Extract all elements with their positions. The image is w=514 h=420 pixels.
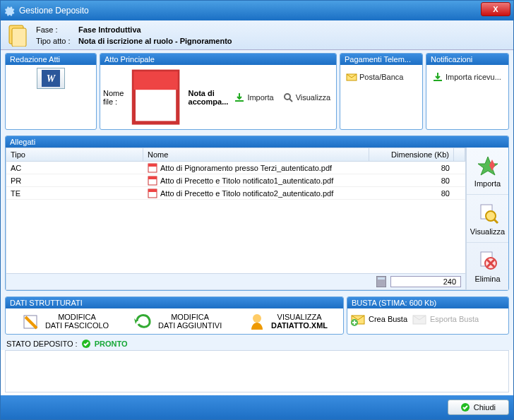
nome-file-label: Nome file : [103, 89, 124, 106]
status-label: STATO DEPOSITO : [6, 340, 78, 348]
esporta-busta-button: Esporta Busta [412, 311, 479, 327]
panel-dati-strutturati: DATI STRUTTURATI MODIFICADATI FASCICOLO … [5, 296, 344, 335]
svg-point-7 [285, 94, 290, 100]
panel-redazione-title: Redazione Atti [6, 54, 96, 65]
window-title: Gestione Deposito [19, 6, 89, 16]
panel-allegati-title: Allegati [6, 136, 508, 148]
panel-notificazioni: Notificazioni Importa ricevu... [426, 53, 509, 130]
panel-busta-title: BUSTA (STIMA: 600 Kb) [347, 297, 508, 308]
svg-line-8 [289, 99, 292, 102]
grid-footer: 240 [6, 273, 465, 289]
svg-point-30 [253, 314, 261, 323]
svg-text:W: W [47, 73, 56, 84]
svg-rect-18 [378, 277, 385, 280]
nome-file-value: Nota di accompa... [189, 89, 229, 106]
allegati-side-buttons: Importa Visualizza Elimina [466, 148, 508, 290]
panel-dati-title: DATI STRUTTURATI [6, 297, 343, 308]
cell-nome: Atto di Precetto e Titolo notificato1_au… [143, 176, 369, 186]
word-button[interactable]: W [37, 68, 65, 89]
crea-busta-button[interactable]: Crea Busta [350, 311, 407, 327]
visualizza-atto-button[interactable]: Visualizza [280, 90, 333, 104]
pdf-icon [126, 68, 185, 126]
col-tipo[interactable]: Tipo [6, 148, 143, 161]
cell-nome: Atto di Pignoramento presso Terzi_autent… [143, 163, 369, 173]
check-icon [461, 403, 470, 412]
cell-tipo: AC [6, 164, 143, 172]
check-icon [82, 340, 90, 348]
panel-atto-title: Atto Principale [100, 54, 336, 65]
document-icon [6, 24, 29, 47]
pdf-icon [148, 163, 157, 173]
svg-marker-19 [478, 157, 498, 175]
titlebar: Gestione Deposito X [1, 1, 513, 20]
cell-tipo: PR [6, 176, 143, 185]
cell-dim: 80 [369, 176, 454, 185]
tipo-value: Nota di iscrizione al ruolo - Pignoramen… [78, 37, 232, 45]
elimina-allegato-button[interactable]: Elimina [467, 243, 508, 290]
allegati-grid: Tipo Nome Dimensione (Kb) ACAtto di Pign… [6, 148, 466, 290]
calculator-icon [376, 276, 386, 287]
table-row[interactable]: TEAtto di Precetto e Titolo notificato2_… [6, 187, 465, 200]
svg-rect-6 [235, 100, 244, 102]
svg-line-23 [494, 220, 498, 223]
header-info: Fase :Fase Introduttiva Tipo atto :Nota … [1, 20, 513, 50]
tipo-label: Tipo atto : [36, 35, 78, 47]
pdf-icon [148, 176, 157, 186]
svg-rect-12 [148, 164, 157, 167]
importa-allegato-button[interactable]: Importa [467, 148, 508, 195]
gear-icon [4, 5, 15, 16]
fase-value: Fase Introduttiva [78, 25, 141, 34]
visualizza-xml-button[interactable]: VISUALIZZADATIATTO.XML [247, 311, 328, 331]
close-button[interactable]: X [481, 2, 510, 16]
col-action [454, 148, 465, 161]
footer: Chiudi [1, 395, 513, 419]
grid-header: Tipo Nome Dimensione (Kb) [6, 148, 465, 162]
panel-notificazioni-title: Notificazioni [426, 54, 508, 65]
svg-point-22 [486, 211, 496, 221]
svg-rect-5 [134, 71, 178, 90]
cell-dim: 80 [369, 189, 454, 198]
posta-banca-button[interactable]: Posta/Banca [343, 70, 406, 84]
col-dim[interactable]: Dimensione (Kb) [369, 148, 454, 161]
panel-pagamenti-title: Pagamenti Telem... [340, 54, 422, 65]
modifica-fascicolo-button[interactable]: MODIFICADATI FASCICOLO [21, 311, 109, 331]
modifica-aggiuntivi-button[interactable]: MODIFICADATI AGGIUNTIVI [134, 311, 222, 331]
panel-redazione: Redazione Atti W [5, 53, 97, 130]
importa-ricevute-button[interactable]: Importa ricevu... [429, 70, 504, 84]
panel-atto-principale: Atto Principale Nome file : Nota di acco… [100, 53, 337, 130]
table-row[interactable]: ACAtto di Pignoramento presso Terzi_aute… [6, 162, 465, 174]
chiudi-button[interactable]: Chiudi [448, 400, 509, 415]
svg-rect-16 [148, 189, 157, 192]
cell-dim: 80 [369, 164, 454, 172]
fase-label: Fase : [36, 24, 78, 35]
importa-atto-button[interactable]: Importa [231, 90, 276, 104]
cell-tipo: TE [6, 189, 143, 198]
svg-rect-1 [12, 28, 26, 47]
panel-pagamenti: Pagamenti Telem... Posta/Banca [340, 53, 423, 130]
table-row[interactable]: PRAtto di Precetto e Titolo notificato1_… [6, 174, 465, 187]
svg-rect-10 [434, 80, 442, 81]
pdf-icon [148, 188, 157, 198]
cell-nome: Atto di Precetto e Titolo notificato2_au… [143, 188, 369, 198]
status-value: PRONTO [95, 340, 128, 348]
total-size: 240 [390, 276, 461, 287]
panel-busta: BUSTA (STIMA: 600 Kb) Crea Busta Esporta… [347, 296, 509, 335]
col-nome[interactable]: Nome [143, 148, 369, 161]
panel-allegati: Allegati Tipo Nome Dimensione (Kb) ACAtt… [5, 136, 509, 291]
svg-rect-14 [148, 176, 157, 179]
log-area [5, 350, 509, 392]
status-bar: STATO DEPOSITO : PRONTO [1, 337, 513, 350]
visualizza-allegato-button[interactable]: Visualizza [467, 195, 508, 242]
